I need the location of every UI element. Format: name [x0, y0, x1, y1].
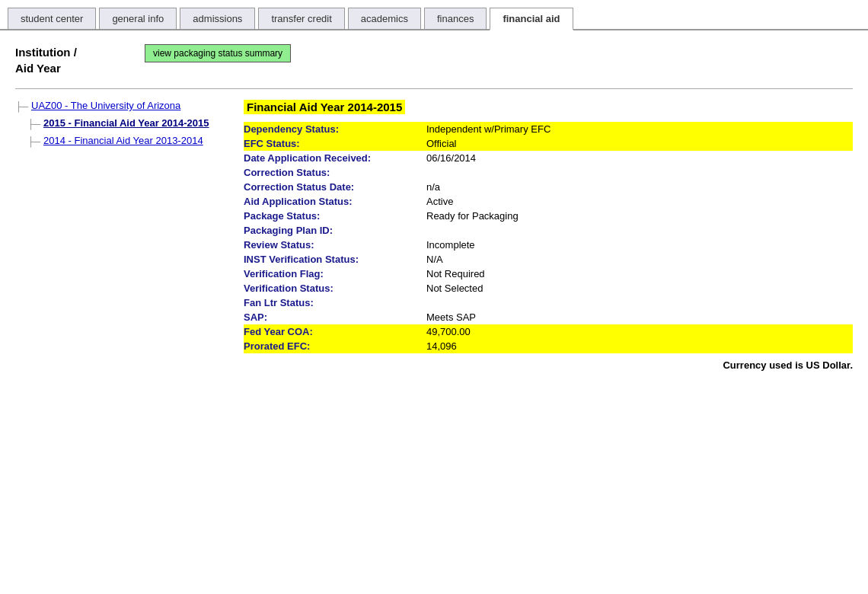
detail-label-fed-year-coa: Fed Year COA:	[244, 324, 426, 339]
detail-value-inst-verification-status: N/A	[426, 252, 853, 267]
detail-row-fan-ltr-status: Fan Ltr Status:	[244, 295, 853, 310]
tree-institution-item: ├─ UAZ00 - The University of Arizona	[15, 100, 213, 114]
tree-link-2014[interactable]: 2014 - Financial Aid Year 2013-2014	[43, 135, 203, 146]
detail-label-dependency-status: Dependency Status:	[244, 122, 426, 136]
tree-connector-root: ├─	[15, 100, 28, 114]
detail-row-correction-status: Correction Status:	[244, 165, 853, 180]
detail-value-fan-ltr-status	[426, 295, 853, 310]
detail-value-dependency-status: Independent w/Primary EFC	[426, 122, 853, 136]
tab-transfer-credit[interactable]: transfer credit	[258, 8, 344, 29]
detail-row-sap: SAP:Meets SAP	[244, 310, 853, 324]
tree-connector-2014: ├─	[27, 135, 40, 149]
detail-label-date-app-received: Date Application Received:	[244, 151, 426, 165]
detail-row-aid-app-status: Aid Application Status:Active	[244, 194, 853, 209]
section-title: Institution / Aid Year	[15, 44, 122, 76]
detail-value-verification-flag: Not Required	[426, 267, 853, 281]
detail-row-verification-flag: Verification Flag:Not Required	[244, 267, 853, 281]
detail-row-review-status: Review Status:Incomplete	[244, 238, 853, 252]
detail-panel: Financial Aid Year 2014-2015 Dependency …	[244, 100, 853, 371]
detail-label-prorated-efc: Prorated EFC:	[244, 339, 426, 353]
tree-item-2014: ├─ 2014 - Financial Aid Year 2013-2014	[27, 135, 213, 149]
detail-value-sap: Meets SAP	[426, 310, 853, 324]
section-title-line1: Institution /	[15, 46, 77, 59]
tree-institution-link[interactable]: UAZ00 - The University of Arizona	[31, 100, 180, 111]
tab-bar: student centergeneral infoadmissionstran…	[0, 0, 868, 30]
detail-value-packaging-plan-id	[426, 223, 853, 238]
detail-value-correction-status	[426, 165, 853, 180]
detail-label-sap: SAP:	[244, 310, 426, 324]
detail-value-review-status: Incomplete	[426, 238, 853, 252]
tab-finances[interactable]: finances	[424, 8, 487, 29]
detail-label-inst-verification-status: INST Verification Status:	[244, 252, 426, 267]
detail-row-verification-status: Verification Status:Not Selected	[244, 281, 853, 295]
detail-label-verification-flag: Verification Flag:	[244, 267, 426, 281]
tab-academics[interactable]: academics	[348, 8, 421, 29]
detail-label-aid-app-status: Aid Application Status:	[244, 194, 426, 209]
detail-row-package-status: Package Status:Ready for Packaging	[244, 209, 853, 223]
detail-row-inst-verification-status: INST Verification Status:N/A	[244, 252, 853, 267]
main-content: Institution / Aid Year view packaging st…	[0, 30, 868, 386]
content-row: ├─ UAZ00 - The University of Arizona ├─ …	[15, 100, 853, 371]
detail-grid: Dependency Status:Independent w/Primary …	[244, 122, 853, 353]
detail-value-aid-app-status: Active	[426, 194, 853, 209]
detail-value-efc-status: Official	[426, 136, 853, 151]
detail-row-dependency-status: Dependency Status:Independent w/Primary …	[244, 122, 853, 136]
tree-panel: ├─ UAZ00 - The University of Arizona ├─ …	[15, 100, 213, 150]
tree-link-2015[interactable]: 2015 - Financial Aid Year 2014-2015	[43, 117, 209, 129]
detail-title: Financial Aid Year 2014-2015	[244, 100, 405, 114]
tab-general-info[interactable]: general info	[99, 8, 177, 29]
detail-value-package-status: Ready for Packaging	[426, 209, 853, 223]
detail-row-packaging-plan-id: Packaging Plan ID:	[244, 223, 853, 238]
section-header: Institution / Aid Year view packaging st…	[15, 44, 853, 76]
detail-value-correction-status-date: n/a	[426, 180, 853, 194]
detail-row-fed-year-coa: Fed Year COA:49,700.00	[244, 324, 853, 339]
section-title-line2: Aid Year	[15, 62, 61, 75]
tree-sub: ├─ 2015 - Financial Aid Year 2014-2015 ├…	[27, 117, 213, 149]
detail-label-package-status: Package Status:	[244, 209, 426, 223]
currency-note: Currency used is US Dollar.	[244, 359, 853, 371]
tree-item-2015: ├─ 2015 - Financial Aid Year 2014-2015	[27, 117, 213, 132]
detail-label-efc-status: EFC Status:	[244, 136, 426, 151]
detail-value-date-app-received: 06/16/2014	[426, 151, 853, 165]
detail-label-correction-status-date: Correction Status Date:	[244, 180, 426, 194]
detail-row-efc-status: EFC Status:Official	[244, 136, 853, 151]
detail-row-date-app-received: Date Application Received:06/16/2014	[244, 151, 853, 165]
detail-value-prorated-efc: 14,096	[426, 339, 853, 353]
tab-financial-aid[interactable]: financial aid	[490, 8, 573, 30]
detail-value-fed-year-coa: 49,700.00	[426, 324, 853, 339]
detail-row-prorated-efc: Prorated EFC:14,096	[244, 339, 853, 353]
tree-root: ├─ UAZ00 - The University of Arizona ├─ …	[15, 100, 213, 150]
detail-label-fan-ltr-status: Fan Ltr Status:	[244, 295, 426, 310]
detail-label-review-status: Review Status:	[244, 238, 426, 252]
tree-connector-2015: ├─	[27, 117, 40, 132]
tab-student-center[interactable]: student center	[8, 8, 96, 29]
detail-label-correction-status: Correction Status:	[244, 165, 426, 180]
separator	[15, 88, 853, 89]
view-packaging-status-button[interactable]: view packaging status summary	[145, 44, 291, 62]
detail-row-correction-status-date: Correction Status Date:n/a	[244, 180, 853, 194]
tab-admissions[interactable]: admissions	[180, 8, 255, 29]
detail-label-verification-status: Verification Status:	[244, 281, 426, 295]
detail-value-verification-status: Not Selected	[426, 281, 853, 295]
detail-label-packaging-plan-id: Packaging Plan ID:	[244, 223, 426, 238]
